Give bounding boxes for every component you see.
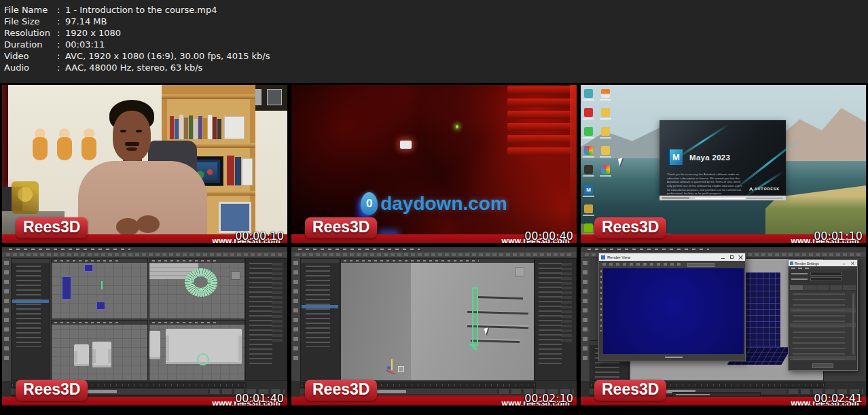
frame-timestamp: 00:01:40 — [235, 392, 284, 405]
render-settings-title: Render Settings — [795, 261, 819, 266]
render-settings-titlebar: Render Settings — [789, 260, 857, 266]
maya-menubar — [581, 247, 866, 252]
photo-frame — [219, 202, 251, 233]
rees3d-logo-badge: Rees3D — [594, 380, 666, 401]
render-settings-window: Render Settings — [788, 259, 858, 371]
monk-figurine-stickers — [32, 128, 100, 164]
info-value: 1 - Introduction to the course.mp4 — [65, 4, 868, 16]
render-using-row — [789, 277, 856, 281]
axis-gizmo-z — [387, 366, 391, 369]
armchair-model — [74, 344, 89, 366]
couch-wireframe — [96, 302, 105, 310]
frame-timestamp: 00:00:40 — [524, 230, 573, 242]
viewport-perspective — [340, 258, 535, 381]
vlc-icon — [601, 89, 610, 98]
recycle-bin-icon — [584, 89, 593, 98]
left-wall — [341, 259, 411, 380]
presenter-face — [113, 111, 151, 161]
video-frame-5: Rees3D www.rees3d.com 00:02:10 — [291, 247, 577, 405]
couch-wireframe — [62, 276, 71, 300]
frame-timestamp: 00:02:10 — [524, 392, 573, 405]
section-header — [790, 356, 856, 360]
view-cube — [515, 267, 524, 276]
axis-gizmo-y — [391, 359, 393, 370]
close-icon — [851, 261, 854, 265]
rees3d-logo-badge: Rees3D — [16, 217, 88, 238]
video-frame-6: Render View Render S — [581, 247, 866, 405]
info-row-duration: Duration : 00:03:11 — [4, 39, 868, 50]
cube-geometry — [231, 271, 240, 280]
rees3d-logo-badge: Rees3D — [16, 380, 88, 401]
nvidia-icon — [584, 223, 593, 232]
render-settings-menubar — [789, 266, 857, 270]
blue-book — [235, 157, 241, 185]
thumbnail-grid: Rees3D www.rees3d.com 00:00:10 0 daydown… — [0, 83, 868, 408]
green-led — [456, 125, 458, 128]
manipulator-box — [398, 366, 404, 372]
frame-timestamp: 00:02:41 — [814, 392, 863, 405]
viewport-perspective — [149, 258, 245, 319]
dark-app-icon — [584, 165, 593, 174]
info-label: Duration — [4, 39, 57, 50]
frame-timestamp: 00:01:10 — [814, 230, 863, 242]
case-rail — [570, 85, 577, 243]
outliner-panel — [300, 258, 340, 381]
frame-timestamp: 00:00:10 — [235, 230, 284, 242]
info-separator: : — [57, 39, 65, 50]
torus-wireframe — [185, 268, 217, 297]
info-label: Resolution — [4, 27, 57, 39]
info-value: 00:03:11 — [65, 39, 868, 50]
info-value: 97.14 MB — [65, 16, 868, 27]
drive-bays — [507, 86, 573, 166]
info-value: 1920 x 1080 — [65, 27, 868, 39]
scrollbar — [852, 293, 854, 355]
circle-curve — [197, 353, 209, 365]
render-view-toolbar — [599, 261, 745, 268]
section-header — [790, 308, 856, 312]
splash-loading-bar — [659, 196, 786, 200]
info-separator: : — [57, 50, 65, 62]
selected-shelf-frame — [472, 287, 478, 346]
folder-icon — [601, 108, 610, 117]
rees3d-logo-badge: Rees3D — [305, 380, 377, 401]
adobe-reader-icon — [584, 108, 593, 117]
maya-menubar — [2, 247, 287, 252]
maya-menubar — [291, 247, 577, 252]
rees3d-logo-badge: Rees3D — [594, 217, 666, 238]
armchair-model — [92, 342, 111, 367]
info-label: File Name — [4, 4, 57, 16]
file-info-header: File Name : 1 - Introduction to the cour… — [0, 0, 868, 83]
render-layer-row — [789, 272, 856, 276]
autodesk-logo: AUTODESK — [749, 187, 780, 191]
chrome-icon — [584, 146, 593, 155]
channel-box-panel — [535, 258, 577, 381]
window-buttons — [842, 261, 855, 266]
rees3d-logo-badge: Rees3D — [305, 217, 377, 238]
maya-splash-window: M Maya 2023 Thank you for accessing this… — [659, 120, 786, 196]
books-row — [170, 113, 221, 139]
info-separator: : — [57, 27, 65, 39]
gold-ship-figurine — [12, 181, 39, 214]
viewport-front — [51, 320, 148, 381]
render-settings-body — [790, 291, 856, 361]
camtasia-icon — [584, 127, 593, 136]
daydown-watermark: 0 daydown.com — [291, 192, 577, 215]
render-view-title: Render View — [607, 255, 630, 259]
couch-model — [149, 331, 160, 359]
license-text: Thank you for accessing this Autodesk so… — [667, 173, 743, 196]
render-view-window: Render View — [598, 253, 746, 361]
gold-app-icon — [584, 204, 593, 213]
minimize-icon — [842, 261, 846, 265]
info-label: Audio — [4, 62, 57, 73]
render-image — [603, 268, 744, 354]
maya-logo-tile: M — [667, 149, 683, 165]
chrome-icon — [601, 165, 610, 174]
selected-outliner-row — [302, 305, 338, 308]
info-row-filename: File Name : 1 - Introduction to the cour… — [4, 4, 868, 16]
render-view-titlebar: Render View — [599, 253, 745, 261]
white-box — [242, 158, 253, 185]
info-separator: : — [57, 62, 65, 73]
viewport-top — [51, 258, 148, 319]
product-box — [224, 116, 245, 139]
red-book — [227, 156, 234, 185]
